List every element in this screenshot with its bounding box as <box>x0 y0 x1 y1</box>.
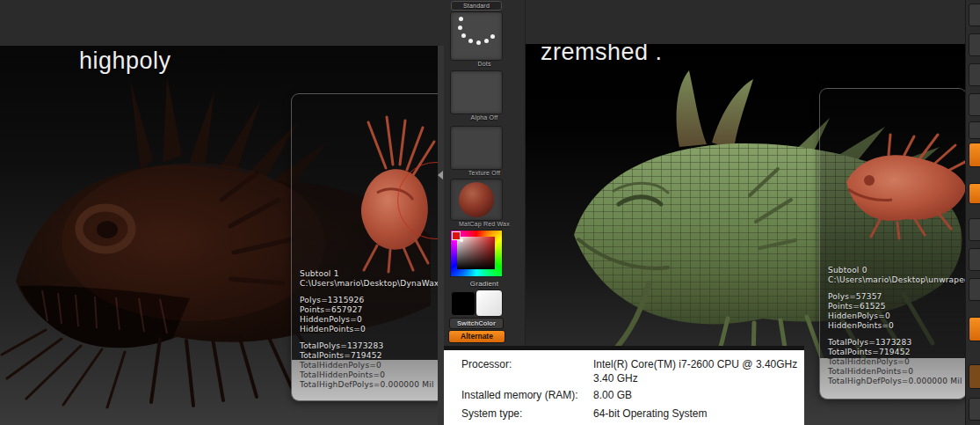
subtool-line: Subtool 1 <box>300 269 444 279</box>
edge-button[interactable] <box>969 63 980 86</box>
stat-line: TotalHiddenPolys=0 <box>828 357 965 367</box>
brush-selector[interactable]: Standard <box>451 1 502 11</box>
left-title: highpoly <box>79 48 171 75</box>
path-line: C:\Users\mario\Desktop\unwraped <box>828 275 965 285</box>
tray-edge-strip <box>438 46 444 425</box>
texture-off-preview[interactable] <box>450 126 503 170</box>
tray-collapse-handle[interactable] <box>438 171 443 180</box>
stat-line: TotalHiddenPoints=0 <box>300 370 444 380</box>
color-picker-indicator <box>460 238 463 242</box>
edge-button[interactable] <box>969 93 980 116</box>
left-mini-model <box>338 114 444 274</box>
zbrush-comparison-screenshot: highpoly <box>0 0 980 425</box>
edge-button-active[interactable] <box>969 143 980 167</box>
processor-value: Intel(R) Core(TM) i7-2600 CPU @ 3.40GHz <box>593 358 797 370</box>
texture-label: Texture Off <box>444 169 525 177</box>
stat-line: TotalPoints=719452 <box>828 348 965 357</box>
system-info-panel: Processor: Intel(R) Core(TM) i7-2600 CPU… <box>444 350 804 425</box>
stat-line: TotalPoints=719452 <box>300 351 444 361</box>
stat-line: Points=657927 <box>300 305 444 315</box>
edge-button[interactable] <box>969 33 980 56</box>
right-stats-text: Subtool 0 C:\Users\mario\Desktop\unwrape… <box>828 266 965 386</box>
stroke-dots-preview[interactable] <box>450 11 503 61</box>
processor-value-line2: 3.40 GHz <box>593 372 638 385</box>
edge-button[interactable] <box>969 398 980 421</box>
stat-line: Polys=1315926 <box>300 296 444 305</box>
edge-button[interactable] <box>969 218 980 241</box>
main-color-swatch[interactable] <box>451 291 475 316</box>
alpha-off-preview[interactable] <box>450 70 503 114</box>
edge-button[interactable] <box>969 121 980 139</box>
path-line: C:\Users\mario\Desktop\DynaWax128 <box>300 279 444 289</box>
left-stats-panel: Subtool 1 C:\Users\mario\Desktop\DynaWax… <box>291 93 444 401</box>
material-label: MatCap Red Wax <box>444 220 525 228</box>
stat-line: TotalHiddenPoints=0 <box>828 367 965 377</box>
alpha-label: Alpha Off <box>444 114 525 121</box>
stat-line: Points=61525 <box>828 302 965 311</box>
stat-line: TotalHiddenPolys=0 <box>300 361 444 370</box>
edge-button[interactable] <box>969 278 980 301</box>
secondary-color-swatch[interactable] <box>475 289 503 317</box>
stat-line: TotalPolys=1373283 <box>828 338 965 348</box>
processor-label: Processor: <box>461 358 512 370</box>
stat-line: HiddenPoints=0 <box>300 325 444 334</box>
alternate-button[interactable]: Alternate <box>448 330 505 343</box>
system-type-label: System type: <box>461 407 522 420</box>
system-type-value: 64-bit Operating System <box>593 407 707 420</box>
gradient-label[interactable]: Gradient <box>444 280 525 288</box>
right-edge-tray <box>965 0 980 425</box>
stat-line: TotalHighDefPolys=0.000000 Mil <box>300 380 444 390</box>
edge-button-active[interactable] <box>969 183 980 204</box>
edge-button[interactable] <box>969 248 980 271</box>
color-picker[interactable] <box>450 230 503 277</box>
stat-line: TotalHighDefPolys=0.000000 Mil <box>828 377 965 386</box>
right-stats-panel: Subtool 0 C:\Users\mario\Desktop\unwrape… <box>819 88 965 399</box>
matcap-sphere <box>459 182 494 217</box>
ram-label: Installed memory (RAM): <box>461 389 578 401</box>
switch-color-button[interactable]: SwitchColor <box>449 318 504 329</box>
stat-line: HiddenPolys=0 <box>828 311 965 321</box>
stat-line: TotalPolys=1373283 <box>300 341 444 351</box>
left-viewport[interactable]: highpoly <box>0 46 444 425</box>
edge-button[interactable] <box>969 4 980 26</box>
edge-button-dim[interactable] <box>969 364 980 389</box>
edge-button-active[interactable] <box>969 317 980 341</box>
stroke-label: Dots <box>444 60 525 68</box>
stat-line: HiddenPoints=0 <box>828 321 965 331</box>
stat-line: Polys=57357 <box>828 292 965 302</box>
subtool-line: Subtool 0 <box>828 266 965 275</box>
right-mini-model <box>836 128 965 240</box>
stat-line: HiddenPolys=0 <box>300 315 444 325</box>
color-picker-sv-square[interactable] <box>457 237 495 269</box>
material-preview[interactable] <box>450 179 503 221</box>
ram-value: 8.00 GB <box>593 389 632 401</box>
left-stats-text: Subtool 1 C:\Users\mario\Desktop\DynaWax… <box>300 269 444 390</box>
